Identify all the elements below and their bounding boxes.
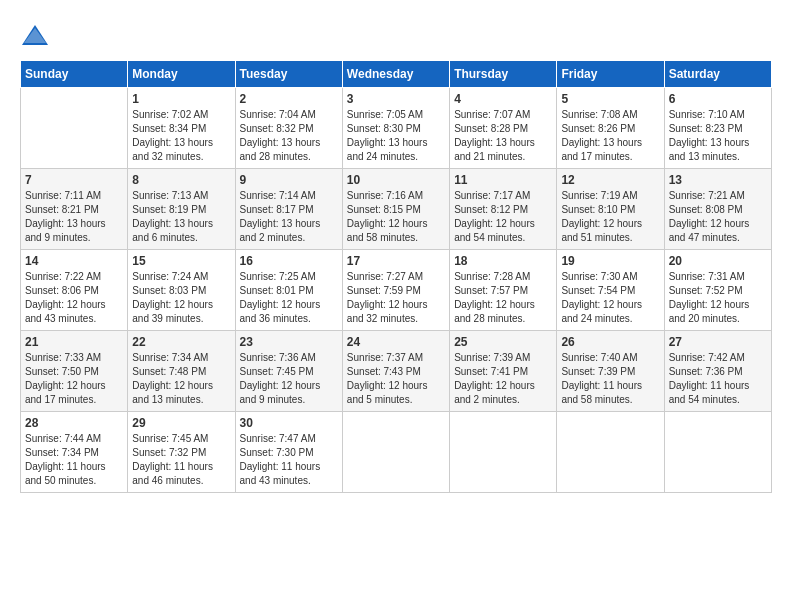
- calendar-table: SundayMondayTuesdayWednesdayThursdayFrid…: [20, 60, 772, 493]
- day-info: Sunrise: 7:08 AM Sunset: 8:26 PM Dayligh…: [561, 108, 659, 164]
- day-number: 23: [240, 335, 338, 349]
- day-number: 4: [454, 92, 552, 106]
- calendar-week-row: 14Sunrise: 7:22 AM Sunset: 8:06 PM Dayli…: [21, 250, 772, 331]
- calendar-week-row: 21Sunrise: 7:33 AM Sunset: 7:50 PM Dayli…: [21, 331, 772, 412]
- day-number: 9: [240, 173, 338, 187]
- day-info: Sunrise: 7:27 AM Sunset: 7:59 PM Dayligh…: [347, 270, 445, 326]
- day-number: 25: [454, 335, 552, 349]
- day-number: 20: [669, 254, 767, 268]
- day-number: 13: [669, 173, 767, 187]
- calendar-cell: 10Sunrise: 7:16 AM Sunset: 8:15 PM Dayli…: [342, 169, 449, 250]
- day-info: Sunrise: 7:42 AM Sunset: 7:36 PM Dayligh…: [669, 351, 767, 407]
- day-info: Sunrise: 7:31 AM Sunset: 7:52 PM Dayligh…: [669, 270, 767, 326]
- calendar-week-row: 1Sunrise: 7:02 AM Sunset: 8:34 PM Daylig…: [21, 88, 772, 169]
- calendar-cell: 15Sunrise: 7:24 AM Sunset: 8:03 PM Dayli…: [128, 250, 235, 331]
- page-header: [20, 20, 772, 50]
- day-number: 21: [25, 335, 123, 349]
- day-number: 6: [669, 92, 767, 106]
- calendar-cell: 8Sunrise: 7:13 AM Sunset: 8:19 PM Daylig…: [128, 169, 235, 250]
- day-number: 22: [132, 335, 230, 349]
- calendar-cell: 9Sunrise: 7:14 AM Sunset: 8:17 PM Daylig…: [235, 169, 342, 250]
- day-info: Sunrise: 7:17 AM Sunset: 8:12 PM Dayligh…: [454, 189, 552, 245]
- day-number: 11: [454, 173, 552, 187]
- svg-marker-1: [24, 28, 46, 43]
- calendar-cell: 3Sunrise: 7:05 AM Sunset: 8:30 PM Daylig…: [342, 88, 449, 169]
- day-number: 29: [132, 416, 230, 430]
- day-number: 30: [240, 416, 338, 430]
- day-number: 10: [347, 173, 445, 187]
- calendar-cell: 17Sunrise: 7:27 AM Sunset: 7:59 PM Dayli…: [342, 250, 449, 331]
- day-number: 18: [454, 254, 552, 268]
- calendar-cell: 1Sunrise: 7:02 AM Sunset: 8:34 PM Daylig…: [128, 88, 235, 169]
- day-info: Sunrise: 7:11 AM Sunset: 8:21 PM Dayligh…: [25, 189, 123, 245]
- calendar-cell: 24Sunrise: 7:37 AM Sunset: 7:43 PM Dayli…: [342, 331, 449, 412]
- calendar-cell: 7Sunrise: 7:11 AM Sunset: 8:21 PM Daylig…: [21, 169, 128, 250]
- calendar-cell: 26Sunrise: 7:40 AM Sunset: 7:39 PM Dayli…: [557, 331, 664, 412]
- calendar-cell: 20Sunrise: 7:31 AM Sunset: 7:52 PM Dayli…: [664, 250, 771, 331]
- day-info: Sunrise: 7:02 AM Sunset: 8:34 PM Dayligh…: [132, 108, 230, 164]
- day-header-tuesday: Tuesday: [235, 61, 342, 88]
- day-info: Sunrise: 7:45 AM Sunset: 7:32 PM Dayligh…: [132, 432, 230, 488]
- calendar-cell: [664, 412, 771, 493]
- calendar-header-row: SundayMondayTuesdayWednesdayThursdayFrid…: [21, 61, 772, 88]
- day-info: Sunrise: 7:39 AM Sunset: 7:41 PM Dayligh…: [454, 351, 552, 407]
- calendar-cell: 16Sunrise: 7:25 AM Sunset: 8:01 PM Dayli…: [235, 250, 342, 331]
- day-info: Sunrise: 7:36 AM Sunset: 7:45 PM Dayligh…: [240, 351, 338, 407]
- day-number: 8: [132, 173, 230, 187]
- day-info: Sunrise: 7:30 AM Sunset: 7:54 PM Dayligh…: [561, 270, 659, 326]
- day-header-thursday: Thursday: [450, 61, 557, 88]
- day-info: Sunrise: 7:13 AM Sunset: 8:19 PM Dayligh…: [132, 189, 230, 245]
- day-info: Sunrise: 7:21 AM Sunset: 8:08 PM Dayligh…: [669, 189, 767, 245]
- day-info: Sunrise: 7:44 AM Sunset: 7:34 PM Dayligh…: [25, 432, 123, 488]
- calendar-cell: [21, 88, 128, 169]
- calendar-cell: 6Sunrise: 7:10 AM Sunset: 8:23 PM Daylig…: [664, 88, 771, 169]
- day-info: Sunrise: 7:24 AM Sunset: 8:03 PM Dayligh…: [132, 270, 230, 326]
- day-number: 3: [347, 92, 445, 106]
- day-number: 12: [561, 173, 659, 187]
- day-number: 28: [25, 416, 123, 430]
- day-number: 5: [561, 92, 659, 106]
- calendar-cell: 5Sunrise: 7:08 AM Sunset: 8:26 PM Daylig…: [557, 88, 664, 169]
- day-info: Sunrise: 7:16 AM Sunset: 8:15 PM Dayligh…: [347, 189, 445, 245]
- day-header-friday: Friday: [557, 61, 664, 88]
- day-info: Sunrise: 7:28 AM Sunset: 7:57 PM Dayligh…: [454, 270, 552, 326]
- calendar-cell: 11Sunrise: 7:17 AM Sunset: 8:12 PM Dayli…: [450, 169, 557, 250]
- day-info: Sunrise: 7:37 AM Sunset: 7:43 PM Dayligh…: [347, 351, 445, 407]
- day-info: Sunrise: 7:19 AM Sunset: 8:10 PM Dayligh…: [561, 189, 659, 245]
- day-info: Sunrise: 7:07 AM Sunset: 8:28 PM Dayligh…: [454, 108, 552, 164]
- calendar-week-row: 28Sunrise: 7:44 AM Sunset: 7:34 PM Dayli…: [21, 412, 772, 493]
- calendar-cell: 13Sunrise: 7:21 AM Sunset: 8:08 PM Dayli…: [664, 169, 771, 250]
- day-header-wednesday: Wednesday: [342, 61, 449, 88]
- day-info: Sunrise: 7:04 AM Sunset: 8:32 PM Dayligh…: [240, 108, 338, 164]
- calendar-cell: 14Sunrise: 7:22 AM Sunset: 8:06 PM Dayli…: [21, 250, 128, 331]
- day-info: Sunrise: 7:47 AM Sunset: 7:30 PM Dayligh…: [240, 432, 338, 488]
- day-number: 16: [240, 254, 338, 268]
- day-number: 15: [132, 254, 230, 268]
- day-info: Sunrise: 7:05 AM Sunset: 8:30 PM Dayligh…: [347, 108, 445, 164]
- day-info: Sunrise: 7:22 AM Sunset: 8:06 PM Dayligh…: [25, 270, 123, 326]
- logo-icon: [20, 20, 50, 50]
- calendar-cell: [450, 412, 557, 493]
- calendar-cell: 19Sunrise: 7:30 AM Sunset: 7:54 PM Dayli…: [557, 250, 664, 331]
- day-header-sunday: Sunday: [21, 61, 128, 88]
- calendar-cell: 23Sunrise: 7:36 AM Sunset: 7:45 PM Dayli…: [235, 331, 342, 412]
- day-info: Sunrise: 7:40 AM Sunset: 7:39 PM Dayligh…: [561, 351, 659, 407]
- calendar-week-row: 7Sunrise: 7:11 AM Sunset: 8:21 PM Daylig…: [21, 169, 772, 250]
- calendar-cell: 25Sunrise: 7:39 AM Sunset: 7:41 PM Dayli…: [450, 331, 557, 412]
- day-number: 26: [561, 335, 659, 349]
- day-number: 7: [25, 173, 123, 187]
- day-number: 14: [25, 254, 123, 268]
- calendar-cell: [342, 412, 449, 493]
- calendar-cell: 28Sunrise: 7:44 AM Sunset: 7:34 PM Dayli…: [21, 412, 128, 493]
- day-number: 17: [347, 254, 445, 268]
- calendar-cell: 21Sunrise: 7:33 AM Sunset: 7:50 PM Dayli…: [21, 331, 128, 412]
- calendar-cell: 18Sunrise: 7:28 AM Sunset: 7:57 PM Dayli…: [450, 250, 557, 331]
- day-info: Sunrise: 7:25 AM Sunset: 8:01 PM Dayligh…: [240, 270, 338, 326]
- calendar-cell: 27Sunrise: 7:42 AM Sunset: 7:36 PM Dayli…: [664, 331, 771, 412]
- day-info: Sunrise: 7:10 AM Sunset: 8:23 PM Dayligh…: [669, 108, 767, 164]
- day-header-monday: Monday: [128, 61, 235, 88]
- day-info: Sunrise: 7:14 AM Sunset: 8:17 PM Dayligh…: [240, 189, 338, 245]
- logo: [20, 20, 54, 50]
- day-number: 2: [240, 92, 338, 106]
- calendar-cell: 2Sunrise: 7:04 AM Sunset: 8:32 PM Daylig…: [235, 88, 342, 169]
